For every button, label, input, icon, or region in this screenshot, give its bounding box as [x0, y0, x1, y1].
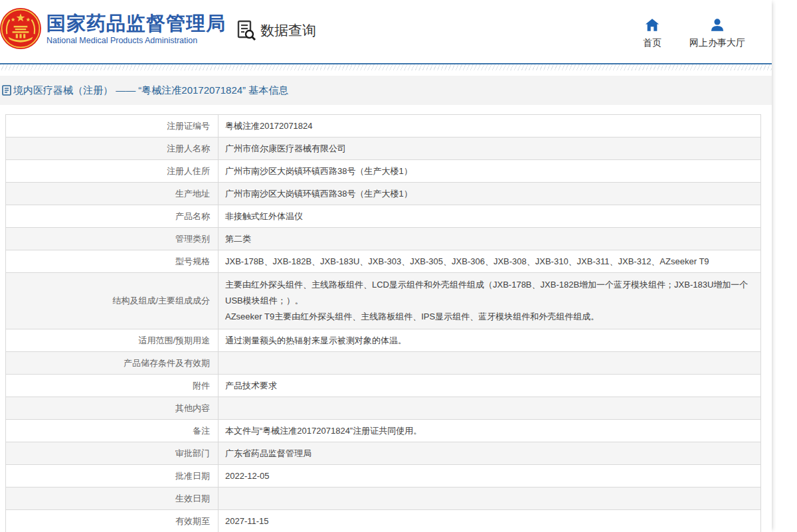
nav-service-hall[interactable]: 网上办事大厅	[689, 18, 745, 49]
site-subtitle: National Medical Products Administration	[46, 36, 226, 45]
table-row: 适用范围/预期用途通过测量额头的热辐射来显示被测对象的体温。	[6, 329, 761, 352]
document-icon	[2, 85, 11, 96]
row-value: 广东省药品监督管理局	[219, 442, 761, 465]
brand-logo[interactable]: 国家药品监督管理局 National Medical Products Admi…	[0, 8, 226, 49]
row-value: 广州市倍尔康医疗器械有限公司	[219, 137, 761, 160]
row-label: 注册人名称	[6, 137, 219, 160]
row-label: 审批部门	[6, 442, 219, 465]
row-label: 注册人住所	[6, 160, 219, 183]
home-icon	[645, 18, 660, 32]
row-value: 产品技术要求	[219, 375, 761, 397]
spacer	[0, 105, 772, 114]
data-query-icon	[236, 20, 256, 41]
row-label: 其他内容	[6, 397, 219, 420]
brand-text: 国家药品监督管理局 National Medical Products Admi…	[46, 12, 226, 45]
hatch-strip	[0, 64, 772, 70]
row-value: 本文件与“粤械注准20172071824”注册证共同使用。	[219, 420, 761, 442]
header-nav: 首页 网上办事大厅	[643, 18, 745, 49]
row-label: 管理类别	[6, 228, 219, 250]
row-value: 2027-11-15	[219, 510, 761, 532]
table-row: 其他内容	[6, 397, 761, 420]
nav-home[interactable]: 首页	[643, 18, 662, 49]
row-value: JXB-178B、JXB-182B、JXB-183U、JXB-303、JXB-3…	[219, 250, 761, 273]
spacer	[0, 70, 772, 76]
row-label: 型号规格	[6, 250, 219, 273]
data-query-label: 数据查询	[260, 21, 316, 40]
row-label: 有效期至	[6, 510, 219, 532]
table-row: 生产地址广州市南沙区大岗镇环镇西路38号（生产大楼1）	[6, 183, 761, 205]
nav-home-label: 首页	[643, 37, 662, 49]
row-label: 适用范围/预期用途	[6, 329, 219, 352]
table-row: 结构及组成/主要组成成分主要由红外探头组件、主线路板组件、LCD显示组件和外壳组…	[6, 273, 761, 329]
user-icon	[710, 18, 725, 32]
table-row: 审批部门广东省药品监督管理局	[6, 442, 761, 465]
row-label: 结构及组成/主要组成成分	[6, 273, 219, 329]
table-row: 管理类别第二类	[6, 228, 761, 250]
table-row: 注册人名称广州市倍尔康医疗器械有限公司	[6, 137, 761, 160]
page-title: 境内医疗器械（注册） —— “粤械注准20172071824” 基本信息	[13, 84, 288, 97]
row-value: 第二类	[219, 228, 761, 250]
row-value	[219, 488, 761, 510]
row-label: 生产地址	[6, 183, 219, 205]
table-row: 备注本文件与“粤械注准20172071824”注册证共同使用。	[6, 420, 761, 442]
table-row: 有效期至2027-11-15	[6, 510, 761, 532]
row-value: 主要由红外探头组件、主线路板组件、LCD显示组件和外壳组件组成（JXB-178B…	[219, 273, 761, 329]
row-label: 产品名称	[6, 205, 219, 228]
row-value: 广州市南沙区大岗镇环镇西路38号（生产大楼1）	[219, 183, 761, 205]
table-row: 型号规格JXB-178B、JXB-182B、JXB-183U、JXB-303、J…	[6, 250, 761, 273]
row-label: 生效日期	[6, 488, 219, 510]
row-value: 广州市南沙区大岗镇环镇西路38号（生产大楼1）	[219, 160, 761, 183]
table-row: 注册人住所广州市南沙区大岗镇环镇西路38号（生产大楼1）	[6, 160, 761, 183]
row-value: 非接触式红外体温仪	[219, 205, 761, 228]
registration-table-body: 注册证编号粤械注准20172071824注册人名称广州市倍尔康医疗器械有限公司注…	[6, 115, 761, 532]
registration-table: 注册证编号粤械注准20172071824注册人名称广州市倍尔康医疗器械有限公司注…	[5, 114, 761, 532]
row-value: 通过测量额头的热辐射来显示被测对象的体温。	[219, 329, 761, 352]
page-title-bar: 境内医疗器械（注册） —— “粤械注准20172071824” 基本信息	[0, 76, 772, 105]
row-value	[219, 397, 761, 420]
table-row: 产品名称非接触式红外体温仪	[6, 205, 761, 228]
row-value	[219, 352, 761, 375]
row-label: 批准日期	[6, 465, 219, 488]
national-emblem-icon	[0, 8, 41, 49]
row-label: 备注	[6, 420, 219, 442]
table-row: 批准日期2022-12-05	[6, 465, 761, 488]
site-title: 国家药品监督管理局	[46, 12, 226, 35]
registration-table-wrap: 注册证编号粤械注准20172071824注册人名称广州市倍尔康医疗器械有限公司注…	[5, 114, 761, 532]
nav-service-hall-label: 网上办事大厅	[689, 37, 745, 49]
row-value: 2022-12-05	[219, 465, 761, 488]
table-row: 附件产品技术要求	[6, 375, 761, 397]
table-row: 注册证编号粤械注准20172071824	[6, 115, 761, 137]
data-query-tab[interactable]: 数据查询	[236, 20, 316, 41]
table-row: 生效日期	[6, 488, 761, 510]
table-row: 产品储存条件及有效期	[6, 352, 761, 375]
row-label: 注册证编号	[6, 115, 219, 137]
page-container: 国家药品监督管理局 National Medical Products Admi…	[0, 0, 772, 532]
row-value: 粤械注准20172071824	[219, 115, 761, 137]
row-label: 附件	[6, 375, 219, 397]
row-label: 产品储存条件及有效期	[6, 352, 219, 375]
site-header: 国家药品监督管理局 National Medical Products Admi…	[0, 0, 772, 63]
